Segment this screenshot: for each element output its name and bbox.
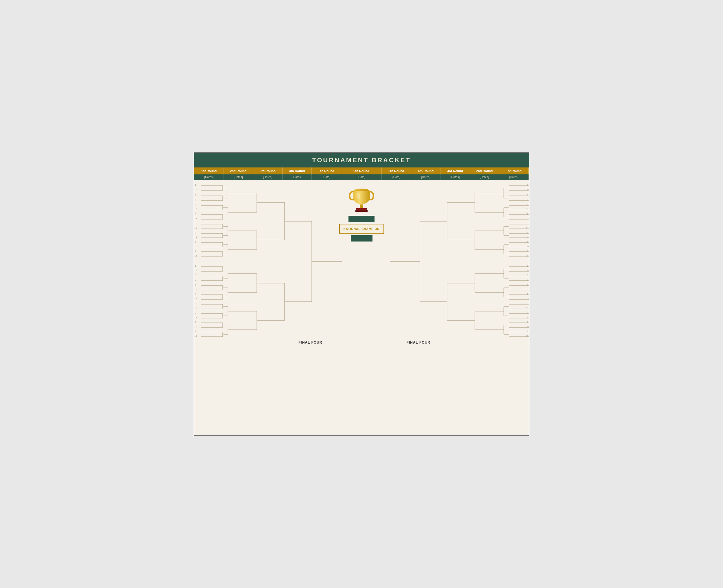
date-l1: [Dates] [194, 174, 224, 180]
seed-3-br: 3 [527, 312, 528, 314]
seed-10-bl: 10 [194, 326, 197, 328]
seed-labels-right: 1 16 8 9 5 12 4 13 6 11 3 14 7 10 2 15 1… [522, 180, 529, 432]
center-section: NATIONAL CHAMPION [336, 186, 387, 243]
seed-16-bl: 16 [194, 269, 197, 272]
seed-3-tr: 3 [527, 231, 528, 234]
round-headers: 1st Round 2nd Round 3rd Round 4th Round … [194, 167, 529, 174]
seed-13-tr: 13 [526, 217, 529, 220]
final-four-left: FINAL FOUR [298, 340, 322, 344]
seed-16-tr: 16 [526, 188, 529, 191]
seed-4-tr: 4 [527, 213, 528, 215]
seed-3-tl: 3 [195, 231, 196, 234]
trophy-icon [346, 186, 377, 215]
seed-14-tl: 14 [194, 236, 197, 238]
seed-7-bl: 7 [195, 321, 196, 323]
seed-12-tl: 12 [194, 208, 197, 211]
seed-11-tl: 11 [194, 227, 197, 229]
seed-12-tr: 12 [526, 208, 529, 211]
seed-1-tr: 1 [527, 184, 528, 186]
date-l5: [Date] [312, 174, 341, 180]
seed-6-tr: 6 [527, 222, 528, 225]
round-header-l4: 4th Round [282, 167, 312, 174]
round-header-r5: 1st Round [499, 167, 529, 174]
seed-6-tl: 6 [195, 222, 196, 225]
round-header-r4: 2nd Round [470, 167, 499, 174]
round-header-r1: 5th Round [382, 167, 411, 174]
seed-2-br: 2 [527, 330, 528, 333]
seed-7-br: 7 [527, 321, 528, 323]
seed-2-tl: 2 [195, 250, 196, 252]
seed-5-tl: 5 [195, 203, 196, 206]
seed-8-br: 8 [527, 274, 528, 276]
seed-11-bl: 11 [194, 307, 197, 310]
green-bar-top [348, 216, 375, 222]
date-r3: [Dates] [441, 174, 470, 180]
seed-13-br: 13 [526, 297, 529, 300]
seed-10-tl: 10 [194, 245, 197, 248]
dates-row: [Dates] [Dates] [Dates] [Dates] [Date] [… [194, 174, 529, 180]
seed-6-bl: 6 [195, 302, 196, 305]
date-l3: [Dates] [253, 174, 282, 180]
seed-14-br: 14 [526, 316, 529, 319]
seed-6-br: 6 [527, 302, 528, 305]
seed-1-tl: 1 [195, 184, 196, 186]
seed-9-bl: 9 [195, 278, 196, 281]
seed-9-tr: 9 [527, 198, 528, 201]
round-header-l3: 3rd Round [253, 167, 282, 174]
seed-16-tl: 16 [194, 188, 197, 191]
seed-8-bl: 8 [195, 274, 196, 276]
bracket-container: TOURNAMENT BRACKET 1st Round 2nd Round 3… [194, 152, 529, 436]
seed-5-br: 5 [527, 284, 528, 286]
svg-rect-192 [356, 208, 367, 211]
seed-7-tr: 7 [527, 240, 528, 243]
seed-14-bl: 14 [194, 316, 197, 319]
bracket-body: 1 16 8 9 5 12 4 13 6 11 3 14 7 10 2 15 1… [194, 180, 529, 435]
seed-12-bl: 12 [194, 288, 197, 291]
seed-12-br: 12 [526, 288, 529, 291]
seed-15-tl: 15 [194, 254, 197, 257]
seed-7-tl: 7 [195, 240, 196, 243]
date-l4: [Dates] [282, 174, 312, 180]
seed-1-br: 1 [527, 265, 528, 267]
seed-4-br: 4 [527, 293, 528, 295]
seed-10-tr: 10 [526, 245, 529, 248]
round-header-l2: 2nd Round [224, 167, 253, 174]
svg-rect-193 [355, 210, 368, 212]
seed-labels-left: 1 16 8 9 5 12 4 13 6 11 3 14 7 10 2 15 1… [194, 180, 201, 432]
date-l2: [Dates] [224, 174, 253, 180]
seed-16-br: 16 [526, 269, 529, 272]
date-r1: [Date] [382, 174, 411, 180]
seed-11-tr: 11 [526, 227, 529, 229]
seed-15-bl: 15 [194, 335, 197, 337]
seed-10-br: 10 [526, 326, 529, 328]
seed-8-tl: 8 [195, 194, 196, 196]
title-bar: TOURNAMENT BRACKET [194, 153, 529, 167]
final-four-right: FINAL FOUR [407, 340, 430, 344]
seed-14-tr: 14 [526, 236, 529, 238]
date-r4: [Dates] [470, 174, 499, 180]
seed-2-bl: 2 [195, 330, 196, 333]
seed-15-tr: 15 [526, 254, 529, 257]
date-r5: [Dates] [499, 174, 529, 180]
green-bar-bottom [351, 235, 373, 241]
seed-13-tl: 13 [194, 217, 197, 220]
seed-9-tl: 9 [195, 198, 196, 201]
seed-15-br: 15 [526, 335, 529, 337]
seed-11-br: 11 [526, 307, 529, 310]
seed-5-tr: 5 [527, 203, 528, 206]
date-center: [Date] [341, 174, 382, 180]
seed-2-tr: 2 [527, 250, 528, 252]
date-r2: [Dates] [411, 174, 441, 180]
round-header-center: 6th Round [341, 167, 382, 174]
round-header-r2: 4th Round [411, 167, 441, 174]
seed-13-bl: 13 [194, 297, 197, 300]
seed-4-bl: 4 [195, 293, 196, 295]
tournament-title: TOURNAMENT BRACKET [312, 156, 411, 164]
champion-box: NATIONAL CHAMPION [339, 224, 384, 234]
seed-8-tr: 8 [527, 194, 528, 196]
svg-rect-191 [360, 205, 363, 209]
round-header-l5: 5th Round [312, 167, 341, 174]
seed-4-tl: 4 [195, 213, 196, 215]
seed-9-br: 9 [527, 278, 528, 281]
seed-1-bl: 1 [195, 265, 196, 267]
